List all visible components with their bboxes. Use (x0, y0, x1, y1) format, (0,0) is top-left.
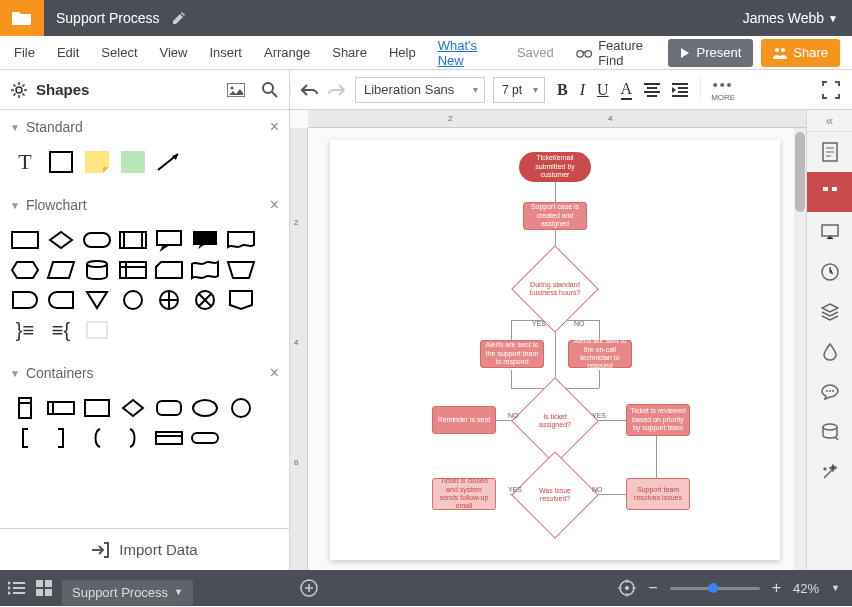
container-rect-shape[interactable] (82, 396, 112, 420)
containers-section-header[interactable]: ▼ Containers × (0, 356, 289, 390)
fc-decision[interactable]: Was issue resolved? (524, 464, 586, 526)
menu-edit[interactable]: Edit (47, 39, 89, 66)
add-page-icon[interactable] (300, 579, 318, 597)
zoom-level[interactable]: 42% (793, 581, 819, 596)
scrollbar-vertical[interactable] (794, 128, 806, 570)
align-icon[interactable] (644, 83, 660, 97)
fullscreen-icon[interactable] (810, 81, 852, 99)
image-icon[interactable] (227, 83, 245, 97)
canvas-area[interactable]: 2 4 2 4 6 Ticket/email submitted by cust… (290, 110, 806, 570)
history-icon[interactable] (807, 252, 853, 292)
text-shape[interactable]: T (10, 150, 40, 174)
fc-process[interactable]: Support case is created and assigned (523, 202, 587, 230)
fc-process[interactable]: Support team resolves issues (626, 478, 690, 510)
page-icon[interactable] (807, 132, 853, 172)
user-menu[interactable]: James Webb ▼ (729, 10, 852, 26)
database-shape[interactable] (82, 258, 112, 282)
zoom-thumb[interactable] (708, 583, 718, 593)
gear-icon[interactable] (10, 81, 28, 99)
feature-find[interactable]: Feature Find (568, 38, 667, 68)
scrollbar-thumb[interactable] (795, 132, 805, 212)
internal-shape[interactable] (118, 258, 148, 282)
layers-icon[interactable] (807, 292, 853, 332)
text-color-icon[interactable]: A (621, 80, 633, 100)
blank-shape[interactable] (82, 318, 112, 342)
fc-decision[interactable]: Is ticket assigned? (524, 390, 586, 452)
card-shape[interactable] (154, 258, 184, 282)
redo-icon[interactable] (327, 83, 345, 97)
swimlane-h-shape[interactable] (46, 396, 76, 420)
crosscircle-shape[interactable] (154, 288, 184, 312)
font-select[interactable]: Liberation Sans (355, 77, 485, 103)
undo-icon[interactable] (301, 83, 319, 97)
zoom-out-icon[interactable]: − (648, 579, 657, 597)
rect-shape[interactable] (46, 150, 76, 174)
edit-title-icon[interactable] (172, 11, 186, 25)
close-icon[interactable]: × (270, 364, 279, 382)
delay-shape[interactable] (46, 288, 76, 312)
menu-select[interactable]: Select (91, 39, 147, 66)
decision-shape[interactable] (46, 228, 76, 252)
pill-shape[interactable] (190, 426, 220, 450)
standard-section-header[interactable]: ▼ Standard × (0, 110, 289, 144)
zoom-slider[interactable] (670, 587, 760, 590)
bracket-l-shape[interactable] (10, 426, 40, 450)
brace-right-shape[interactable]: }≡ (10, 318, 40, 342)
chat-icon[interactable] (807, 372, 853, 412)
brace-left-shape[interactable]: ≡{ (46, 318, 76, 342)
underline-icon[interactable]: U (597, 81, 609, 99)
target-icon[interactable] (618, 579, 636, 597)
hexagon-shape[interactable] (10, 258, 40, 282)
swimlane-v-shape[interactable] (10, 396, 40, 420)
terminator-shape[interactable] (82, 228, 112, 252)
process-shape[interactable] (10, 228, 40, 252)
drop-icon[interactable] (807, 332, 853, 372)
tape-shape[interactable] (190, 258, 220, 282)
predef-shape[interactable] (118, 228, 148, 252)
chevron-down-icon[interactable]: ▼ (831, 583, 840, 593)
bold-icon[interactable]: B (557, 81, 568, 99)
fc-process[interactable]: Reminder is sent (432, 406, 496, 434)
present-icon[interactable] (807, 212, 853, 252)
data-icon[interactable] (807, 412, 853, 452)
data-shape[interactable] (46, 258, 76, 282)
menu-insert[interactable]: Insert (199, 39, 252, 66)
menu-help[interactable]: Help (379, 39, 426, 66)
container-ellipse-shape[interactable] (190, 396, 220, 420)
document-shape[interactable] (226, 228, 256, 252)
share-button[interactable]: Share (761, 39, 840, 67)
half-shape[interactable] (10, 288, 40, 312)
note-green-shape[interactable] (118, 150, 148, 174)
arrow-shape[interactable] (154, 150, 184, 174)
flowchart-section-header[interactable]: ▼ Flowchart × (0, 188, 289, 222)
menu-view[interactable]: View (150, 39, 198, 66)
manual-shape[interactable] (226, 258, 256, 282)
fc-process[interactable]: Alerts are sent to the on-call technicia… (568, 340, 632, 368)
display-shape[interactable] (226, 288, 256, 312)
search-icon[interactable] (261, 81, 279, 99)
fc-process[interactable]: Alerts are sent to the support team to r… (480, 340, 544, 368)
pill-top-shape[interactable] (154, 426, 184, 450)
present-button[interactable]: Present (668, 39, 753, 67)
fc-process[interactable]: Ticket is reviewed based on priority by … (626, 404, 690, 436)
folder-icon[interactable] (0, 0, 44, 36)
menu-share[interactable]: Share (322, 39, 377, 66)
indent-icon[interactable] (672, 83, 688, 97)
paren-r-shape[interactable] (118, 426, 148, 450)
menu-file[interactable]: File (4, 39, 45, 66)
close-icon[interactable]: × (270, 118, 279, 136)
magic-icon[interactable] (807, 452, 853, 492)
paren-l-shape[interactable] (82, 426, 112, 450)
callout-shape[interactable] (154, 228, 184, 252)
container-round-shape[interactable] (154, 396, 184, 420)
triangle-shape[interactable] (82, 288, 112, 312)
document-title[interactable]: Support Process (44, 10, 172, 26)
note-yellow-shape[interactable] (82, 150, 112, 174)
comment-icon[interactable] (807, 172, 853, 212)
xcircle-shape[interactable] (190, 288, 220, 312)
collapse-rail-icon[interactable]: « (807, 110, 852, 132)
page-tab[interactable]: Support Process ▼ (62, 580, 193, 605)
import-data-button[interactable]: Import Data (0, 528, 289, 570)
menu-arrange[interactable]: Arrange (254, 39, 320, 66)
fc-decision[interactable]: During standard business hours? (524, 258, 586, 320)
